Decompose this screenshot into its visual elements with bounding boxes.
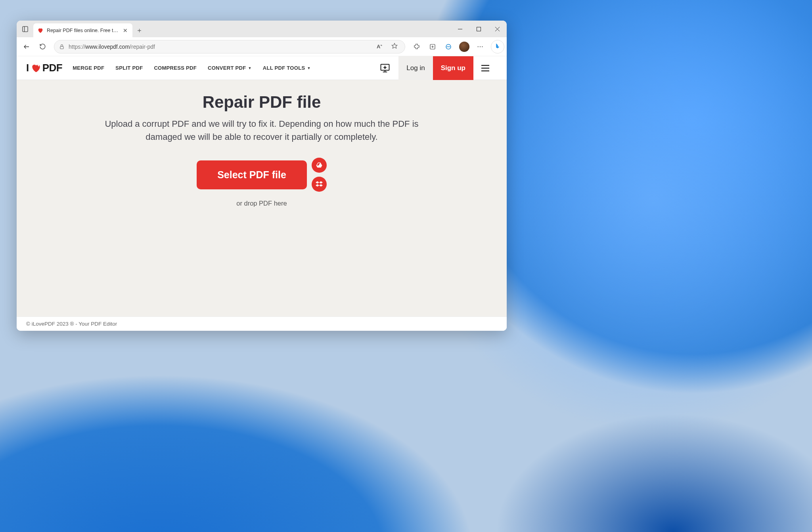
bing-chat-button[interactable] [491, 40, 504, 53]
profile-button[interactable] [457, 40, 472, 54]
login-button[interactable]: Log in [398, 56, 433, 80]
browser-toolbar: https://www.ilovepdf.com/repair-pdf A» ⋯ [17, 37, 507, 56]
window-maximize-button[interactable] [469, 21, 488, 37]
site-nav: I PDF MERGE PDF SPLIT PDF COMPRESS PDF C… [17, 56, 507, 80]
nav-items: MERGE PDF SPLIT PDF COMPRESS PDF CONVERT… [73, 65, 310, 71]
desktop-app-button[interactable] [377, 60, 393, 76]
read-aloud-icon[interactable]: A» [374, 44, 385, 50]
refresh-button[interactable] [35, 40, 50, 54]
page-title: Repair PDF file [203, 93, 321, 112]
tab-actions-button[interactable] [17, 21, 33, 37]
favicon-icon [37, 27, 44, 34]
heart-icon [30, 63, 42, 73]
chevron-down-icon: ▼ [248, 66, 251, 70]
ie-mode-button[interactable] [441, 40, 456, 54]
tab-title: Repair PDF files online. Free tool [47, 28, 119, 33]
drop-hint: or drop PDF here [236, 200, 287, 207]
collections-button[interactable] [425, 40, 440, 54]
new-tab-button[interactable]: ＋ [132, 23, 146, 37]
titlebar: Repair PDF files online. Free tool ✕ ＋ [17, 21, 507, 37]
tab-close-button[interactable]: ✕ [122, 27, 128, 34]
menu-button[interactable] [473, 56, 497, 80]
avatar-icon [459, 42, 469, 52]
nav-merge-pdf[interactable]: MERGE PDF [73, 65, 104, 71]
google-drive-button[interactable] [312, 158, 327, 173]
dropbox-button[interactable] [312, 177, 327, 192]
footer-text: © iLovePDF 2023 ® - Your PDF Editor [17, 317, 507, 331]
address-bar[interactable]: https://www.ilovepdf.com/repair-pdf A» [54, 40, 405, 53]
more-button[interactable]: ⋯ [473, 40, 488, 54]
page-content: Repair PDF file Upload a corrupt PDF and… [17, 80, 507, 331]
browser-window: Repair PDF files online. Free tool ✕ ＋ [17, 21, 507, 331]
back-button[interactable] [19, 40, 34, 54]
nav-convert-pdf[interactable]: CONVERT PDF▼ [208, 65, 252, 71]
extensions-button[interactable] [409, 40, 424, 54]
url-text: https://www.ilovepdf.com/repair-pdf [69, 44, 155, 50]
dropbox-icon [316, 181, 323, 188]
page-subtitle: Upload a corrupt PDF and we will try to … [91, 117, 432, 143]
logo[interactable]: I PDF [26, 62, 62, 74]
favorites-icon[interactable] [389, 43, 400, 51]
signup-button[interactable]: Sign up [433, 56, 473, 80]
svg-rect-0 [22, 26, 27, 31]
google-drive-icon [316, 162, 323, 169]
select-pdf-button[interactable]: Select PDF file [197, 160, 307, 189]
nav-split-pdf[interactable]: SPLIT PDF [115, 65, 143, 71]
svg-rect-3 [477, 27, 481, 31]
nav-all-pdf-tools[interactable]: ALL PDF TOOLS▼ [263, 65, 311, 71]
svg-marker-8 [392, 43, 397, 48]
svg-rect-7 [60, 46, 63, 49]
lock-icon [59, 44, 65, 50]
window-close-button[interactable] [488, 21, 507, 37]
nav-compress-pdf[interactable]: COMPRESS PDF [154, 65, 197, 71]
window-minimize-button[interactable] [451, 21, 469, 37]
chevron-down-icon: ▼ [307, 66, 310, 70]
browser-tab[interactable]: Repair PDF files online. Free tool ✕ [33, 23, 132, 37]
